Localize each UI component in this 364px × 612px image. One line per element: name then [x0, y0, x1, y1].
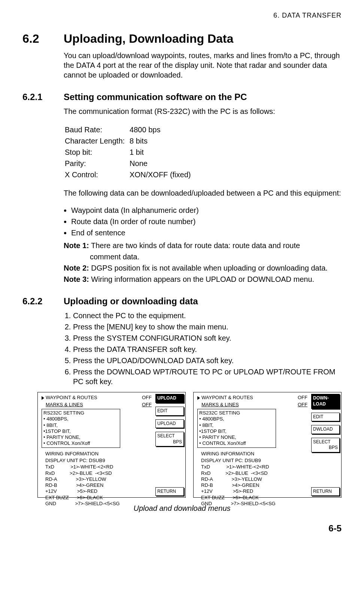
wiring-row: TxD >1>-WHITE-<2<RD [201, 464, 307, 470]
param-label: Stop bit: [64, 147, 128, 157]
page-header: 6. DATA TRANSFER [22, 11, 342, 20]
rs232-title: RS232C SETTING [43, 410, 118, 416]
list-item: Press the [MENU] key to show the main me… [73, 322, 342, 332]
list-item: Press the DOWNLOAD WPT/ROUTE TO PC or UP… [73, 367, 342, 386]
wiring-row: +12V >5>-RED [45, 488, 152, 494]
menu-row-value: OFF [142, 395, 152, 401]
rs232-item: • PARITY NONE, [199, 434, 274, 440]
wiring-row: +12V >5>-RED [201, 488, 307, 494]
triangle-right-icon [197, 396, 200, 400]
download-menu-panel: WAYPOINT & ROUTES OFF MARKS & LINES OFF … [193, 392, 342, 498]
menu-row-label: WAYPOINT & ROUTES [201, 395, 294, 401]
menu-row-value: OFF [298, 395, 307, 401]
wiring-info: WIRING INFORMATION DISPLAY UNIT PC: DSUB… [201, 451, 307, 507]
param-label: Parity: [64, 158, 128, 169]
wiring-row: RxD >2>-BLUE -<3<SD [201, 470, 307, 476]
softkey-dwload[interactable]: DWLOAD [311, 425, 340, 434]
data-list: Waypoint data (In alphanumeric order) Ro… [64, 205, 342, 238]
softkey-select-bps[interactable]: SELECT BPS [311, 438, 340, 452]
wiring-row: GND >7>-SHIELD-<5<SG [201, 501, 307, 507]
menu-row-label: WAYPOINT & ROUTES [46, 395, 138, 401]
note-1-text: There are two kinds of data for route da… [89, 241, 300, 250]
subsection-2-number: 6.2.2 [22, 295, 64, 307]
subsection-2-heading: 6.2.2Uploading or downloading data [22, 295, 342, 307]
wiring-header: WIRING INFORMATION [45, 451, 152, 457]
list-item: Press the DATA TRANSFER soft key. [73, 344, 342, 354]
section-intro: You can upload/download waypoints, route… [64, 51, 342, 80]
softkey-label: LOAD [313, 401, 326, 407]
param-value: None [129, 158, 191, 169]
page-number: 6-5 [22, 522, 342, 534]
rs232-item: • 8BIT, [199, 422, 274, 428]
notes-block: Note 1: There are two kinds of data for … [64, 241, 342, 284]
wiring-row: TxD >1>-WHITE-<2<RD [45, 464, 152, 470]
wiring-row: RD-A >3>-YELLOW [45, 476, 152, 482]
upload-menu-panel: WAYPOINT & ROUTES OFF MARKS & LINES OFF … [37, 392, 186, 498]
softkey-upload[interactable]: UPLOAD [155, 419, 184, 428]
comm-params-table: Baud Rate:4800 bps Character Length:8 bi… [64, 124, 192, 181]
softkey-edit[interactable]: EDIT [155, 407, 184, 416]
softkey-label: BPS [313, 445, 338, 451]
rs232-settings-box: RS232C SETTING • 4800BPS, • 8BIT, •1STOP… [42, 409, 120, 448]
softkey-label: DOWN- [313, 395, 329, 401]
list-item: Press the SYSTEM CONFIGURATION soft key. [73, 333, 342, 343]
rs232-item: • CONTROL Xon/Xoff [43, 440, 118, 446]
note-1-label: Note 1: [64, 241, 89, 250]
rs232-item: • 4800BPS, [43, 416, 118, 422]
figure-row: WAYPOINT & ROUTES OFF MARKS & LINES OFF … [37, 392, 342, 498]
subsection-1-title: Setting communication software on the PC [64, 92, 247, 102]
data-list-lead: The following data can be downloaded/upl… [64, 188, 342, 198]
menu-row-label: MARKS & LINES [201, 402, 294, 408]
wiring-row: RxD >2>-BLUE -<3<SD [45, 470, 152, 476]
param-label: Character Length: [64, 136, 128, 146]
wiring-row: RD-B >4>-GREEN [45, 482, 152, 488]
param-value: 4800 bps [129, 124, 191, 135]
softkey-download-title[interactable]: DOWN- LOAD [311, 394, 340, 408]
list-item: Press the UPLOAD/DOWNLOAD DATA soft key. [73, 356, 342, 365]
rs232-item: • PARITY NONE, [43, 434, 118, 440]
param-value: 1 bit [129, 147, 191, 157]
rs232-item: • 4800BPS, [199, 416, 274, 422]
wiring-header: WIRING INFORMATION [201, 451, 307, 457]
triangle-right-icon [42, 396, 44, 400]
section-number: 6.2 [22, 31, 64, 47]
param-label: X Control: [64, 169, 128, 180]
subsection-1-number: 6.2.1 [22, 91, 64, 103]
param-value: 8 bits [129, 136, 191, 146]
wiring-row: EXT BUZZ >6>-BLACK [201, 495, 307, 501]
menu-row-value: OFF [298, 402, 307, 408]
wiring-info: WIRING INFORMATION DISPLAY UNIT PC: DSUB… [45, 451, 152, 507]
param-value: XON/XOFF (fixed) [129, 169, 191, 180]
softkey-label: SELECT [157, 433, 175, 438]
list-item: End of sentence [71, 228, 342, 238]
rs232-item: •1STOP BIT, [43, 428, 118, 434]
wiring-subheader: DISPLAY UNIT PC: DSUB9 [201, 458, 307, 464]
comm-format-lead: The communication format (RS-232C) with … [64, 106, 342, 116]
note-3-text: Wiring information appears on the UPLOAD… [89, 275, 314, 283]
list-item: Route data (In order of route number) [71, 217, 342, 226]
softkey-select-bps[interactable]: SELECT BPS [155, 432, 184, 446]
rs232-item: • CONTROL Xon/Xoff [199, 440, 274, 446]
menu-row-label: MARKS & LINES [46, 402, 138, 408]
section-heading: 6.2Uploading, Downloading Data [22, 31, 342, 47]
softkey-label: BPS [157, 439, 182, 445]
note-1-continued: comment data. [90, 252, 342, 262]
subsection-2-title: Uploading or downloading data [64, 296, 198, 306]
rs232-settings-box: RS232C SETTING • 4800BPS, • 8BIT, •1STOP… [197, 409, 276, 448]
rs232-title: RS232C SETTING [199, 410, 274, 416]
rs232-item: • 8BIT, [43, 422, 118, 428]
steps-list: Connect the PC to the equipment. Press t… [64, 311, 342, 386]
note-2-text: DGPS position fix is not available when … [89, 264, 328, 272]
softkey-edit[interactable]: EDIT [311, 413, 340, 422]
softkey-label: SELECT [313, 439, 331, 444]
wiring-row: GND >7>-SHIELD-<5<SG [45, 501, 152, 507]
softkey-upload-title[interactable]: UPLOAD [155, 394, 184, 403]
rs232-item: •1STOP BIT, [199, 428, 274, 434]
softkey-return[interactable]: RETURN [155, 487, 184, 496]
softkey-return[interactable]: RETURN [311, 487, 340, 496]
menu-row-value: OFF [142, 402, 152, 408]
section-title: Uploading, Downloading Data [64, 32, 233, 45]
wiring-row: RD-B >4>-GREEN [201, 482, 307, 488]
subsection-1-heading: 6.2.1Setting communication software on t… [22, 91, 342, 103]
list-item: Waypoint data (In alphanumeric order) [71, 205, 342, 215]
